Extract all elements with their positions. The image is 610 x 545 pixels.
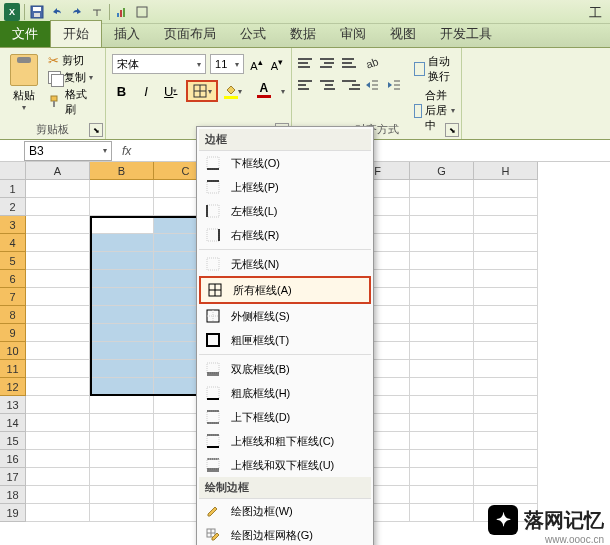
row-header[interactable]: 11 bbox=[0, 360, 26, 378]
cell[interactable] bbox=[410, 234, 474, 252]
cell[interactable] bbox=[90, 180, 154, 198]
clipboard-dialog-launcher[interactable]: ⬊ bbox=[89, 123, 103, 137]
align-left-button[interactable] bbox=[298, 76, 316, 94]
cell[interactable] bbox=[474, 342, 538, 360]
cell[interactable] bbox=[474, 252, 538, 270]
tab-insert[interactable]: 插入 bbox=[102, 21, 152, 47]
row-header[interactable]: 18 bbox=[0, 486, 26, 504]
cell[interactable] bbox=[26, 306, 90, 324]
undo-icon[interactable] bbox=[49, 4, 65, 20]
select-all-cell[interactable] bbox=[0, 162, 26, 180]
cell[interactable] bbox=[474, 324, 538, 342]
cell[interactable] bbox=[26, 252, 90, 270]
row-header[interactable]: 14 bbox=[0, 414, 26, 432]
cell[interactable] bbox=[90, 306, 154, 324]
cell[interactable] bbox=[474, 396, 538, 414]
cell[interactable] bbox=[410, 360, 474, 378]
border-thickbottom-item[interactable]: 粗底框线(H) bbox=[199, 381, 371, 405]
row-header[interactable]: 19 bbox=[0, 504, 26, 522]
row-header[interactable]: 10 bbox=[0, 342, 26, 360]
alignment-dialog-launcher[interactable]: ⬊ bbox=[445, 123, 459, 137]
border-all-item[interactable]: 所有框线(A) bbox=[199, 276, 371, 304]
tab-data[interactable]: 数据 bbox=[278, 21, 328, 47]
cell[interactable] bbox=[410, 216, 474, 234]
cell[interactable] bbox=[90, 486, 154, 504]
cell[interactable] bbox=[410, 396, 474, 414]
border-bottom-item[interactable]: 下框线(O) bbox=[199, 151, 371, 175]
cell[interactable] bbox=[26, 396, 90, 414]
grow-font-button[interactable]: A▴ bbox=[248, 54, 264, 74]
tab-review[interactable]: 审阅 bbox=[328, 21, 378, 47]
cell[interactable] bbox=[26, 288, 90, 306]
cell[interactable] bbox=[410, 468, 474, 486]
align-bottom-button[interactable] bbox=[342, 54, 360, 72]
row-header[interactable]: 8 bbox=[0, 306, 26, 324]
cell[interactable] bbox=[410, 432, 474, 450]
cell[interactable] bbox=[474, 270, 538, 288]
cell[interactable] bbox=[410, 414, 474, 432]
redo-icon[interactable] bbox=[69, 4, 85, 20]
row-header[interactable]: 1 bbox=[0, 180, 26, 198]
tab-home[interactable]: 开始 bbox=[50, 20, 102, 47]
cell[interactable] bbox=[474, 360, 538, 378]
tab-formulas[interactable]: 公式 bbox=[228, 21, 278, 47]
align-center-button[interactable] bbox=[320, 76, 338, 94]
cut-button[interactable]: ✂ 剪切 bbox=[45, 52, 99, 69]
font-name-selector[interactable]: 宋体 ▾ bbox=[112, 54, 206, 74]
cell[interactable] bbox=[90, 450, 154, 468]
cell[interactable] bbox=[90, 288, 154, 306]
row-header[interactable]: 3 bbox=[0, 216, 26, 234]
cell[interactable] bbox=[26, 180, 90, 198]
fullscreen-icon[interactable] bbox=[134, 4, 150, 20]
cell[interactable] bbox=[410, 198, 474, 216]
cell[interactable] bbox=[474, 288, 538, 306]
fill-color-button[interactable]: ▾ bbox=[224, 81, 246, 101]
cell[interactable] bbox=[26, 378, 90, 396]
cell[interactable] bbox=[90, 234, 154, 252]
cell[interactable] bbox=[26, 324, 90, 342]
cell[interactable] bbox=[474, 306, 538, 324]
cell[interactable] bbox=[26, 504, 90, 522]
cell[interactable] bbox=[26, 468, 90, 486]
cell[interactable] bbox=[90, 342, 154, 360]
row-header[interactable]: 4 bbox=[0, 234, 26, 252]
border-right-item[interactable]: 右框线(R) bbox=[199, 223, 371, 247]
align-middle-button[interactable] bbox=[320, 54, 338, 72]
cell[interactable] bbox=[90, 198, 154, 216]
border-outside-item[interactable]: 外侧框线(S) bbox=[199, 304, 371, 328]
border-topbottom-item[interactable]: 上下框线(D) bbox=[199, 405, 371, 429]
row-header[interactable]: 9 bbox=[0, 324, 26, 342]
cell[interactable] bbox=[26, 270, 90, 288]
cell[interactable] bbox=[410, 342, 474, 360]
cell[interactable] bbox=[90, 432, 154, 450]
cell[interactable] bbox=[26, 360, 90, 378]
border-none-item[interactable]: 无框线(N) bbox=[199, 252, 371, 276]
fx-label[interactable]: fx bbox=[116, 144, 137, 158]
tab-pagelayout[interactable]: 页面布局 bbox=[152, 21, 228, 47]
chart-icon[interactable] bbox=[114, 4, 130, 20]
tab-developer[interactable]: 开发工具 bbox=[428, 21, 504, 47]
cell[interactable] bbox=[410, 306, 474, 324]
copy-button[interactable]: 复制 ▾ bbox=[45, 69, 99, 86]
col-header[interactable]: B bbox=[90, 162, 154, 180]
row-header[interactable]: 16 bbox=[0, 450, 26, 468]
bold-button[interactable]: B bbox=[112, 81, 131, 101]
cell[interactable] bbox=[410, 450, 474, 468]
cell[interactable] bbox=[410, 324, 474, 342]
col-header[interactable]: G bbox=[410, 162, 474, 180]
row-header[interactable]: 12 bbox=[0, 378, 26, 396]
row-header[interactable]: 15 bbox=[0, 432, 26, 450]
font-color-button[interactable]: A bbox=[253, 81, 275, 101]
cell[interactable] bbox=[26, 342, 90, 360]
border-left-item[interactable]: 左框线(L) bbox=[199, 199, 371, 223]
cell[interactable] bbox=[90, 504, 154, 522]
cell[interactable] bbox=[90, 216, 154, 234]
cell[interactable] bbox=[26, 486, 90, 504]
save-icon[interactable] bbox=[29, 4, 45, 20]
draw-border-grid-item[interactable]: 绘图边框网格(G) bbox=[199, 523, 371, 545]
increase-indent-button[interactable] bbox=[386, 76, 404, 94]
cell[interactable] bbox=[474, 450, 538, 468]
cell[interactable] bbox=[26, 432, 90, 450]
row-header[interactable]: 7 bbox=[0, 288, 26, 306]
italic-button[interactable]: I bbox=[137, 81, 156, 101]
